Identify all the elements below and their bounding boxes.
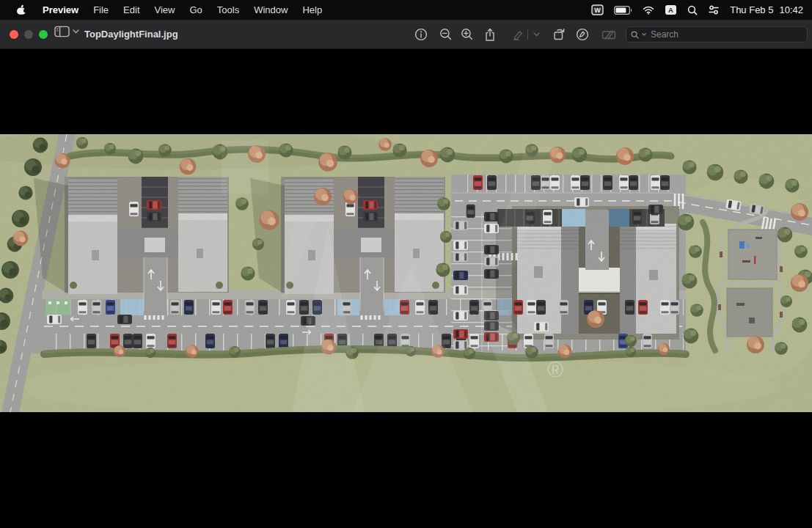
- toolbar-separator: [524, 26, 531, 43]
- spotlight-search-icon[interactable]: [687, 5, 698, 15]
- menu-view[interactable]: View: [147, 4, 183, 15]
- text-annotate-button[interactable]: [600, 26, 618, 43]
- battery-icon[interactable]: [614, 6, 632, 15]
- menu-time: 10:42: [779, 4, 803, 15]
- markup-button[interactable]: [574, 26, 591, 43]
- apple-menu-icon[interactable]: [10, 4, 32, 16]
- menu-date: Thu Feb 5: [730, 4, 773, 15]
- close-window-button[interactable]: [10, 30, 18, 39]
- search-icon: [631, 31, 639, 39]
- desktop: Preview File Edit View Go Tools Window H…: [0, 0, 812, 528]
- rotate-button[interactable]: [550, 26, 568, 43]
- sidebar-toggle-button[interactable]: [54, 26, 79, 37]
- menu-go[interactable]: Go: [182, 4, 209, 15]
- share-button[interactable]: [481, 26, 499, 43]
- search-input[interactable]: [649, 29, 784, 40]
- input-source-icon[interactable]: A: [665, 4, 677, 15]
- menu-bar: Preview File Edit View Go Tools Window H…: [0, 0, 812, 20]
- zoom-in-button[interactable]: [458, 26, 476, 43]
- minimize-window-button[interactable]: [24, 30, 33, 39]
- preview-toolbar: TopDaylightFinal.jpg: [0, 20, 812, 49]
- info-button[interactable]: [412, 26, 430, 43]
- search-scope-chevron-icon: [642, 33, 646, 36]
- menu-help[interactable]: Help: [295, 4, 329, 15]
- menu-tools[interactable]: Tools: [210, 4, 246, 15]
- control-center-icon[interactable]: [708, 5, 720, 15]
- zoom-out-button[interactable]: [437, 26, 455, 43]
- pen-menu-chevron-icon[interactable]: [531, 26, 541, 43]
- svg-text:W: W: [594, 7, 601, 14]
- menu-app-name[interactable]: Preview: [35, 4, 86, 15]
- wifi-icon[interactable]: [643, 6, 654, 15]
- menu-file[interactable]: File: [86, 4, 116, 15]
- search-field[interactable]: [626, 26, 808, 43]
- svg-text:A: A: [668, 6, 673, 14]
- chevron-down-icon: [73, 29, 79, 34]
- menu-window[interactable]: Window: [246, 4, 295, 15]
- menu-clock[interactable]: Thu Feb 5 10:42: [730, 4, 803, 15]
- menu-edit[interactable]: Edit: [116, 4, 147, 15]
- webex-status-icon[interactable]: W: [591, 4, 604, 15]
- window-title: TopDaylightFinal.jpg: [84, 20, 178, 48]
- zoom-window-button[interactable]: [39, 30, 48, 39]
- document-image-site-plan[interactable]: ®: [0, 134, 812, 412]
